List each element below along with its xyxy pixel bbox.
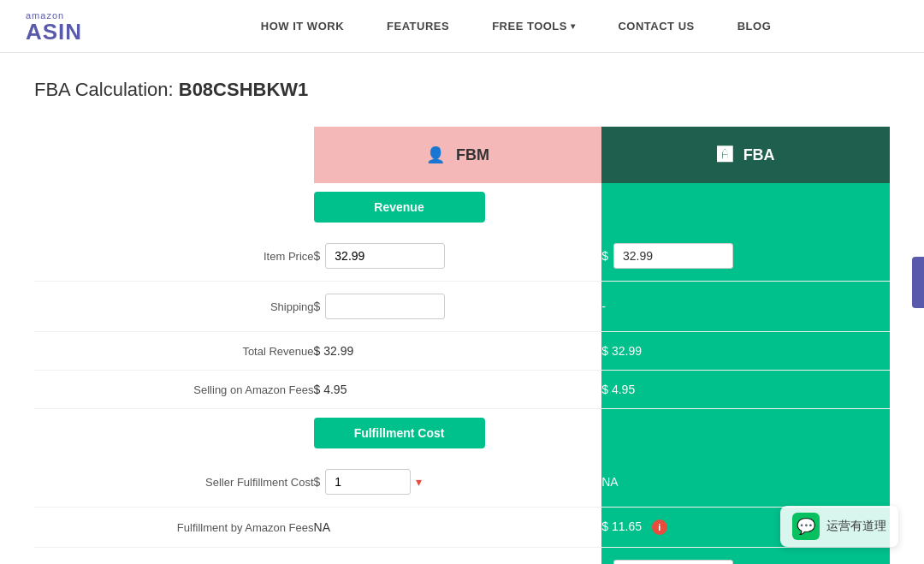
amazon-fees-fba: $ 4.95 <box>601 371 890 409</box>
total-revenue-row: Total Revenue $ 32.99 $ 32.99 <box>34 332 890 371</box>
watermark: 💬 运营有道理 <box>780 506 898 547</box>
amazon-fees-fbm-value: $ 4.95 <box>314 383 347 396</box>
ship-to-amazon-row: Ship to Amazon NA $ <box>34 548 890 565</box>
seller-fulfillment-fbm: $ ▾ <box>314 457 602 508</box>
revenue-button[interactable]: Revenue <box>314 192 485 223</box>
total-revenue-label: Total Revenue <box>34 332 314 371</box>
shipping-fba-dash: - <box>601 300 606 313</box>
ship-to-amazon-fba: $ <box>601 548 890 565</box>
amazon-icon: 🅰 <box>717 146 732 163</box>
shipping-row: Shipping $ - <box>34 282 890 332</box>
seller-fulfillment-fba: NA <box>601 457 890 508</box>
item-price-fbm-input[interactable] <box>325 243 445 269</box>
navbar: amazon ASIN HOW IT WORK FEATURES FREE TO… <box>0 0 924 53</box>
shipping-fba: - <box>601 282 890 332</box>
amazon-fees-label: Selling on Amazon Fees <box>34 371 314 409</box>
item-price-fba-input[interactable] <box>613 243 733 269</box>
fba-header: 🅰 FBA <box>601 127 890 183</box>
person-icon: 👤 <box>426 146 445 163</box>
fba-fees-fba-value: $ 11.65 <box>601 519 642 533</box>
amazon-fees-fbm: $ 4.95 <box>314 371 602 409</box>
ship-to-amazon-fbm: NA <box>314 548 602 565</box>
fba-fees-fbm-na: NA <box>314 520 330 534</box>
total-revenue-fba: $ 32.99 <box>601 332 890 371</box>
logo[interactable]: amazon ASIN <box>26 10 82 43</box>
chevron-down-icon: ▾ <box>571 21 576 31</box>
shipping-label: Shipping <box>34 282 314 332</box>
dollar-sign-ship: $ <box>314 300 321 313</box>
column-headers: 👤 FBM 🅰 FBA <box>34 127 890 183</box>
fulfillment-header-row: Fulfillment Cost <box>34 409 890 458</box>
nav-links: HOW IT WORK FEATURES FREE TOOLS ▾ CONTAC… <box>133 20 898 33</box>
scroll-hint[interactable] <box>912 257 924 308</box>
watermark-text: 运营有道理 <box>826 519 886 534</box>
fba-fees-row: Fulfillment by Amazon Fees NA $ 11.65 i <box>34 508 890 548</box>
total-revenue-fba-value: $ 32.99 <box>601 344 642 358</box>
fulfillment-button[interactable]: Fulfillment Cost <box>314 418 485 448</box>
nav-how-it-work[interactable]: HOW IT WORK <box>261 20 344 33</box>
item-price-row: Item Price $ $ <box>34 231 890 282</box>
fba-fees-fbm: NA <box>314 508 602 548</box>
ship-to-amazon-label: Ship to Amazon <box>34 548 314 565</box>
seller-fulfillment-label: Seller Fulfillment Cost <box>34 457 314 508</box>
item-price-fbm: $ <box>314 231 602 282</box>
total-revenue-fbm: $ 32.99 <box>314 332 602 371</box>
item-price-fba: $ <box>601 231 890 282</box>
wechat-icon: 💬 <box>792 513 820 540</box>
fba-fees-label: Fulfillment by Amazon Fees <box>34 508 314 548</box>
logo-bottom: ASIN <box>26 21 82 43</box>
shipping-fbm: $ <box>314 282 602 332</box>
seller-fulfillment-row: Seller Fulfillment Cost $ ▾ NA <box>34 457 890 508</box>
amazon-fees-row: Selling on Amazon Fees $ 4.95 $ 4.95 <box>34 371 890 409</box>
ship-to-amazon-input[interactable] <box>613 560 733 564</box>
fba-dollar-sign: $ <box>601 249 608 263</box>
seller-fulfillment-fba-na: NA <box>601 475 618 489</box>
info-icon[interactable]: i <box>652 519 667 535</box>
item-price-label: Item Price <box>34 231 314 282</box>
revenue-header-row: Revenue <box>34 183 890 231</box>
total-revenue-fbm-value: $ 32.99 <box>314 344 354 358</box>
nav-contact-us[interactable]: CONTACT US <box>618 20 694 33</box>
seller-fulfillment-input[interactable] <box>325 469 411 495</box>
dollar-sign: $ <box>314 249 321 263</box>
page-title: FBA Calculation: B08CSHBKW1 <box>34 79 890 101</box>
calc-table: 👤 FBM 🅰 FBA Revenue Item Price <box>34 127 890 564</box>
nav-blog[interactable]: BLOG <box>737 20 772 33</box>
nav-features[interactable]: FEATURES <box>387 20 449 33</box>
fbm-header: 👤 FBM <box>314 127 602 183</box>
shipping-fbm-input[interactable] <box>325 294 445 319</box>
dollar-sign-fulfill: $ <box>314 475 321 489</box>
amazon-fees-fba-value: $ 4.95 <box>601 383 635 396</box>
nav-free-tools[interactable]: FREE TOOLS ▾ <box>492 20 575 33</box>
page-content: FBA Calculation: B08CSHBKW1 👤 FBM 🅰 FBA <box>0 53 924 564</box>
chevron-down-red-icon[interactable]: ▾ <box>416 475 422 489</box>
